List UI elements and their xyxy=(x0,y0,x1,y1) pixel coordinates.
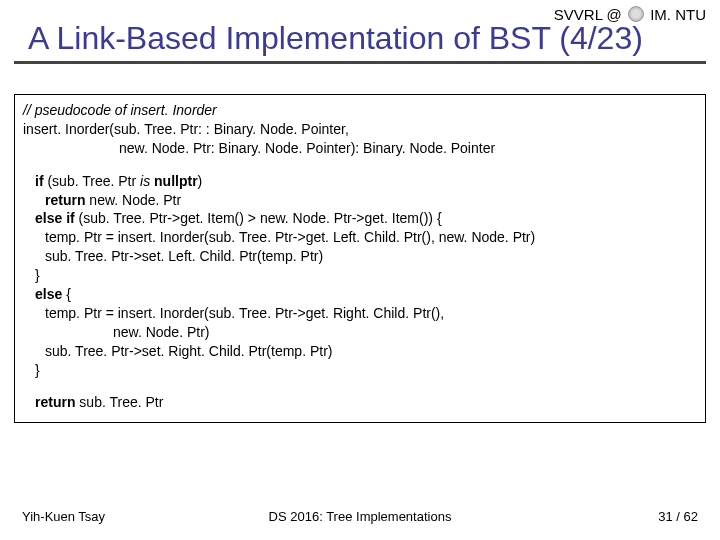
code-line-7: temp. Ptr = insert. Inorder(sub. Tree. P… xyxy=(23,228,697,247)
title-underline xyxy=(14,61,706,64)
txt: { xyxy=(62,286,71,302)
code-line-8: sub. Tree. Ptr->set. Left. Child. Ptr(te… xyxy=(23,247,697,266)
code-box: // pseudocode of insert. Inorder insert.… xyxy=(14,94,706,423)
code-line-14: } xyxy=(23,361,697,380)
label-left: SVVRL @ xyxy=(554,6,622,23)
txt: ) xyxy=(198,173,203,189)
code-line-1: // pseudocode of insert. Inorder xyxy=(23,101,697,120)
logo-icon xyxy=(628,6,644,22)
code-line-13: sub. Tree. Ptr->set. Right. Child. Ptr(t… xyxy=(23,342,697,361)
kw-else: else xyxy=(35,286,62,302)
kw-if: if xyxy=(35,173,44,189)
footer-course: DS 2016: Tree Implementations xyxy=(0,509,720,524)
page-title: A Link-Based Implementation of BST (4/23… xyxy=(28,20,706,57)
txt: (sub. Tree. Ptr->get. Item() > new. Node… xyxy=(75,210,442,226)
code-line-12: new. Node. Ptr) xyxy=(23,323,697,342)
code-line-9: } xyxy=(23,266,697,285)
kw-return: return xyxy=(35,394,75,410)
code-line-10: else { xyxy=(23,285,697,304)
code-line-15: return sub. Tree. Ptr xyxy=(23,393,697,412)
txt: sub. Tree. Ptr xyxy=(75,394,163,410)
org-label: SVVRL @ IM. NTU xyxy=(554,6,706,23)
header-area: SVVRL @ IM. NTU A Link-Based Implementat… xyxy=(0,0,720,64)
code-line-4: if (sub. Tree. Ptr is nullptr) xyxy=(23,172,697,191)
kw-return: return xyxy=(45,192,85,208)
txt: (sub. Tree. Ptr xyxy=(44,173,140,189)
kw-nullptr: nullptr xyxy=(154,173,198,189)
code-line-6: else if (sub. Tree. Ptr->get. Item() > n… xyxy=(23,209,697,228)
footer: Yih-Kuen Tsay DS 2016: Tree Implementati… xyxy=(0,509,720,524)
code-line-3: new. Node. Ptr: Binary. Node. Pointer): … xyxy=(23,139,697,158)
kw-is: is xyxy=(140,173,150,189)
kw-elseif: else if xyxy=(35,210,75,226)
label-right: IM. NTU xyxy=(650,6,706,23)
code-line-5: return new. Node. Ptr xyxy=(23,191,697,210)
txt: new. Node. Ptr xyxy=(85,192,181,208)
code-line-2: insert. Inorder(sub. Tree. Ptr: : Binary… xyxy=(23,120,697,139)
code-line-11: temp. Ptr = insert. Inorder(sub. Tree. P… xyxy=(23,304,697,323)
